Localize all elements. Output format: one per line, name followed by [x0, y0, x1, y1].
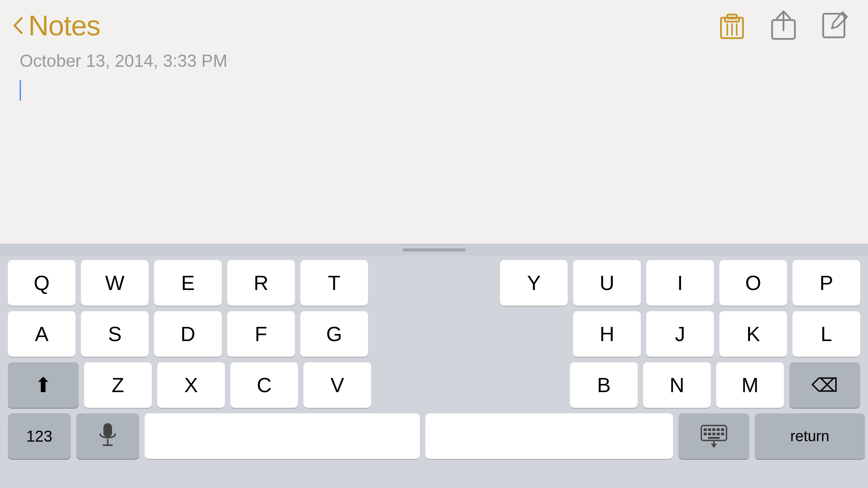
header: Notes [0, 0, 868, 47]
keyboard-row-bottom: 123 [8, 413, 860, 459]
note-date: October 13, 2014, 3:33 PM [20, 51, 848, 71]
key-a[interactable]: A [8, 311, 75, 357]
svg-rect-23 [721, 433, 724, 435]
keyboard-hide-icon [700, 424, 728, 448]
key-half-right-3: B N M ⌫ [570, 362, 860, 408]
key-j[interactable]: J [646, 311, 714, 357]
svg-rect-2 [727, 15, 737, 18]
keyboard-row-2: A S D F G H J K L [8, 311, 860, 357]
key-q[interactable]: Q [8, 260, 75, 306]
key-c[interactable]: C [230, 362, 298, 408]
notes-area: Notes [0, 0, 868, 244]
delete-button[interactable] [718, 10, 746, 41]
microphone-icon [98, 422, 118, 450]
key-y[interactable]: Y [500, 260, 568, 306]
handle-bar [403, 248, 465, 251]
compose-button[interactable] [821, 10, 848, 41]
back-label: Notes [28, 9, 100, 42]
key-o[interactable]: O [719, 260, 787, 306]
key-r[interactable]: R [227, 260, 295, 306]
svg-rect-17 [717, 428, 720, 431]
svg-rect-8 [823, 14, 844, 37]
key-half-right-1: Y U I O P [500, 260, 860, 306]
keyboard-hide-key[interactable] [679, 413, 749, 459]
svg-rect-24 [708, 437, 720, 439]
key-half-left-2: A S D F G [8, 311, 368, 357]
svg-rect-20 [708, 433, 711, 435]
return-key[interactable]: return [755, 413, 865, 459]
toolbar-icons [718, 10, 848, 41]
keyboard-keys: Q W E R T Y U I O P A S D F G [0, 255, 868, 488]
key-m[interactable]: M [716, 362, 784, 408]
key-p[interactable]: P [793, 260, 860, 306]
shift-icon: ⬆ [35, 373, 52, 397]
backspace-key[interactable]: ⌫ [789, 362, 860, 408]
svg-rect-19 [704, 433, 707, 435]
key-half-left-3: ⬆ Z X C V [8, 362, 371, 408]
svg-rect-22 [717, 433, 720, 435]
key-half-left-1: Q W E R T [8, 260, 368, 306]
svg-rect-10 [103, 423, 112, 437]
svg-rect-21 [712, 433, 715, 435]
key-x[interactable]: X [157, 362, 225, 408]
svg-rect-18 [721, 428, 724, 431]
microphone-key[interactable] [76, 413, 139, 459]
svg-rect-14 [704, 428, 707, 431]
key-half-right-bottom: return [425, 413, 865, 459]
numbers-key[interactable]: 123 [8, 413, 71, 459]
svg-rect-16 [712, 428, 715, 431]
keyboard-area: Q W E R T Y U I O P A S D F G [0, 244, 868, 488]
key-d[interactable]: D [154, 311, 222, 357]
key-l[interactable]: L [793, 311, 860, 357]
keyboard-row-1: Q W E R T Y U I O P [8, 260, 860, 306]
backspace-icon: ⌫ [811, 374, 838, 396]
key-t[interactable]: T [300, 260, 368, 306]
key-b[interactable]: B [570, 362, 638, 408]
spacebar-right[interactable] [425, 413, 673, 459]
key-half-left-bottom: 123 [8, 413, 420, 459]
spacebar-left[interactable] [145, 413, 420, 459]
keyboard-row-3: ⬆ Z X C V B N M ⌫ [8, 362, 860, 408]
svg-rect-15 [708, 428, 711, 431]
back-chevron-icon [12, 20, 24, 31]
back-button[interactable]: Notes [12, 9, 100, 42]
cursor-line [20, 79, 848, 101]
key-h[interactable]: H [573, 311, 641, 357]
key-i[interactable]: I [646, 260, 714, 306]
key-z[interactable]: Z [84, 362, 152, 408]
key-f[interactable]: F [227, 311, 295, 357]
key-v[interactable]: V [303, 362, 371, 408]
share-button[interactable] [770, 10, 797, 41]
key-half-right-2: H J K L [573, 311, 860, 357]
keyboard-handle [0, 244, 868, 255]
key-g[interactable]: G [300, 311, 368, 357]
key-w[interactable]: W [81, 260, 149, 306]
shift-key[interactable]: ⬆ [8, 362, 79, 408]
key-s[interactable]: S [81, 311, 149, 357]
key-e[interactable]: E [154, 260, 222, 306]
key-u[interactable]: U [573, 260, 641, 306]
note-content[interactable]: October 13, 2014, 3:33 PM [0, 47, 868, 108]
key-k[interactable]: K [719, 311, 787, 357]
text-cursor [20, 80, 21, 101]
key-n[interactable]: N [643, 362, 711, 408]
